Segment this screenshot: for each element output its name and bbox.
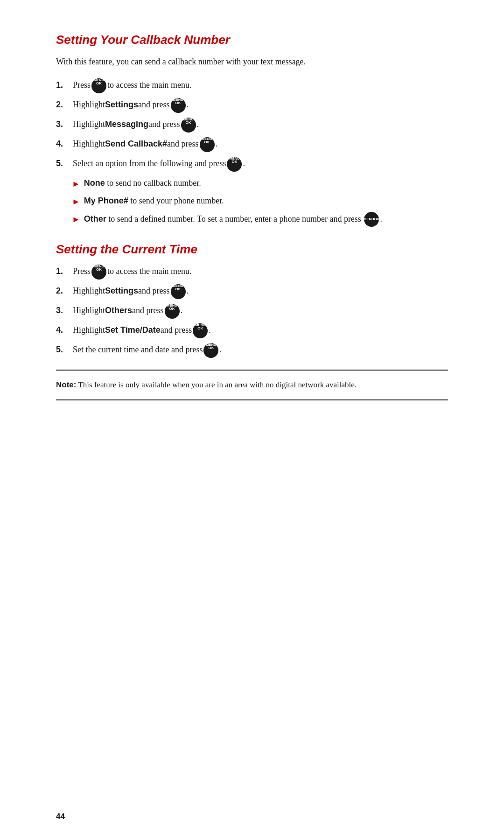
- note-label: Note:: [56, 380, 76, 389]
- menu-ok-button: MENU OK: [171, 98, 186, 113]
- none-bold: None: [84, 178, 105, 188]
- settimedate-bold: Set Time/Date: [105, 324, 161, 337]
- step-1-4: 4. Highlight Send Callback# and press ME…: [56, 138, 448, 153]
- settings-bold: Settings: [105, 285, 138, 298]
- step-1-3: 3. Highlight Messaging and press MENU OK…: [56, 118, 448, 133]
- section2-steps: 1. Press MENU OK to access the main menu…: [56, 265, 448, 358]
- step-num: 5.: [56, 343, 71, 357]
- menu-ok-button: MENU OK: [203, 343, 218, 358]
- step-num: 3.: [56, 304, 71, 317]
- page-number: 44: [56, 812, 65, 821]
- step-2-2: 2. Highlight Settings and press MENU OK …: [56, 285, 448, 300]
- note-text: This feature is only available when you …: [76, 380, 357, 389]
- step-2-4: 4. Highlight Set Time/Date and press MEN…: [56, 324, 448, 339]
- step-1-2: 2. Highlight Settings and press MENU OK …: [56, 98, 448, 113]
- step-1-1: 1. Press MENU OK to access the main menu…: [56, 79, 448, 94]
- menu-ok-button: MENU OK: [193, 323, 208, 338]
- menu-ok-button: MENU OK: [181, 118, 196, 133]
- note-box: Note: This feature is only available whe…: [56, 370, 448, 400]
- others-bold: Others: [105, 304, 132, 317]
- settings-bold: Settings: [105, 98, 138, 112]
- section2-title: Setting the Current Time: [56, 242, 448, 257]
- sendcallback-bold: Send Callback#: [105, 138, 167, 151]
- section2: Setting the Current Time 1. Press MENU O…: [56, 242, 448, 358]
- section1-title: Setting Your Callback Number: [56, 33, 448, 47]
- step-num: 2.: [56, 285, 71, 298]
- menu-ok-button: MENU OK: [165, 304, 180, 319]
- step-2-5: 5. Set the current time and date and pre…: [56, 343, 448, 358]
- step-num: 3.: [56, 118, 71, 131]
- bullet-myphone: ► My Phone# to send your phone number.: [72, 195, 448, 209]
- bullet-other: ► Other to send a defined number. To set…: [72, 212, 448, 227]
- messaging-bold: Messaging: [105, 118, 148, 131]
- step-1-5: 5. Select an option from the following a…: [56, 157, 448, 172]
- menu-ok-button: MENU OK: [200, 137, 215, 152]
- menu-ok-button: MENU OK: [171, 284, 186, 299]
- step-num: 1.: [56, 265, 71, 278]
- step-num: 2.: [56, 98, 71, 112]
- bullet-arrow-icon: ►: [72, 196, 80, 209]
- section1-intro: With this feature, you can send a callba…: [56, 56, 448, 69]
- step-num: 5.: [56, 157, 71, 170]
- menu-ok-button: MENU OK: [91, 78, 106, 93]
- step-2-3: 3. Highlight Others and press MENU OK .: [56, 304, 448, 319]
- page-content: Setting Your Callback Number With this f…: [56, 33, 448, 400]
- menu-ok-button: MENU OK: [91, 265, 106, 280]
- bullet-arrow-icon: ►: [72, 178, 80, 191]
- step-num: 1.: [56, 79, 71, 92]
- section1-steps: 1. Press MENU OK to access the main menu…: [56, 79, 448, 172]
- step-num: 4.: [56, 138, 71, 151]
- menu-ok-button: MENU OK: [227, 157, 242, 172]
- other-bold: Other: [84, 214, 106, 224]
- myphone-bold: My Phone#: [84, 196, 128, 205]
- bullet-none: ► None to send no callback number.: [72, 177, 448, 191]
- bullet-options: ► None to send no callback number. ► My …: [72, 177, 448, 227]
- step-2-1: 1. Press MENU OK to access the main menu…: [56, 265, 448, 280]
- bullet-arrow-icon: ►: [72, 213, 80, 226]
- step-num: 4.: [56, 324, 71, 337]
- menu-ok-button: MENU OK: [364, 212, 379, 227]
